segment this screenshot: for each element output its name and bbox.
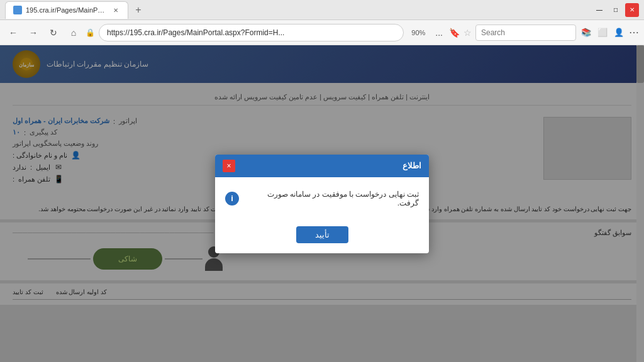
modal-dialog: اطلاع × ثبت نهایی درخواست با موفقیت در س… [215, 155, 429, 253]
profile-icon[interactable]: 👤 [613, 26, 625, 39]
address-bar-row: ← → ↻ ⌂ 🔒 90% ... 🔖 ☆ 📚 ⬜ 👤 ⋯ [0, 20, 644, 45]
tab-favicon-icon [13, 6, 22, 14]
bookmark-icon[interactable]: 🔖 [449, 28, 460, 38]
page-content: سازمان تنظیم مقررات ارتباطات سازمان اینت… [0, 45, 644, 362]
library-icon[interactable]: 📚 [580, 26, 592, 39]
back-button[interactable]: ← [5, 25, 21, 41]
security-icon: 🔒 [86, 28, 95, 37]
browser-icons: 📚 ⬜ 👤 ⋯ [580, 26, 639, 39]
modal-confirm-button[interactable]: تأیید [296, 226, 348, 243]
minimize-button[interactable]: — [592, 3, 606, 17]
modal-message: ثبت نهایی درخواست با موفقیت در سامانه صو… [244, 190, 419, 207]
close-button[interactable]: ✕ [625, 3, 639, 17]
modal-title: اطلاع [402, 161, 421, 170]
address-input[interactable] [99, 24, 404, 41]
search-input[interactable] [475, 25, 576, 41]
modal-body: ثبت نهایی درخواست با موفقیت در سامانه صو… [215, 177, 429, 220]
zoom-level: 90% [408, 29, 429, 36]
website-background: سازمان تنظیم مقررات ارتباطات سازمان اینت… [0, 45, 644, 362]
browser-titlebar: 195.cra.ir/Pages/MainPortal.as... ✕ + — … [0, 0, 644, 20]
star-icon[interactable]: ☆ [464, 28, 472, 38]
modal-info-icon: i [225, 192, 239, 206]
active-tab[interactable]: 195.cra.ir/Pages/MainPortal.as... ✕ [5, 1, 128, 19]
maximize-button[interactable]: □ [609, 3, 623, 17]
refresh-button[interactable]: ↻ [45, 25, 62, 41]
modal-header: اطلاع × [215, 155, 429, 177]
menu-button[interactable]: ⋯ [629, 26, 639, 38]
new-tab-button[interactable]: + [131, 3, 146, 18]
home-button[interactable]: ⌂ [65, 25, 82, 41]
modal-overlay: اطلاع × ثبت نهایی درخواست با موفقیت در س… [0, 45, 644, 362]
dots-button[interactable]: ... [433, 28, 445, 38]
tab-title: 195.cra.ir/Pages/MainPortal.as... [26, 6, 108, 14]
collections-icon[interactable]: ⬜ [596, 26, 609, 39]
modal-close-button[interactable]: × [223, 160, 235, 172]
tab-bar: 195.cra.ir/Pages/MainPortal.as... ✕ + [5, 1, 146, 19]
forward-button[interactable]: → [25, 25, 42, 41]
modal-footer: تأیید [215, 220, 429, 253]
window-controls: — □ ✕ [592, 3, 639, 17]
tab-close-btn[interactable]: ✕ [111, 6, 120, 14]
